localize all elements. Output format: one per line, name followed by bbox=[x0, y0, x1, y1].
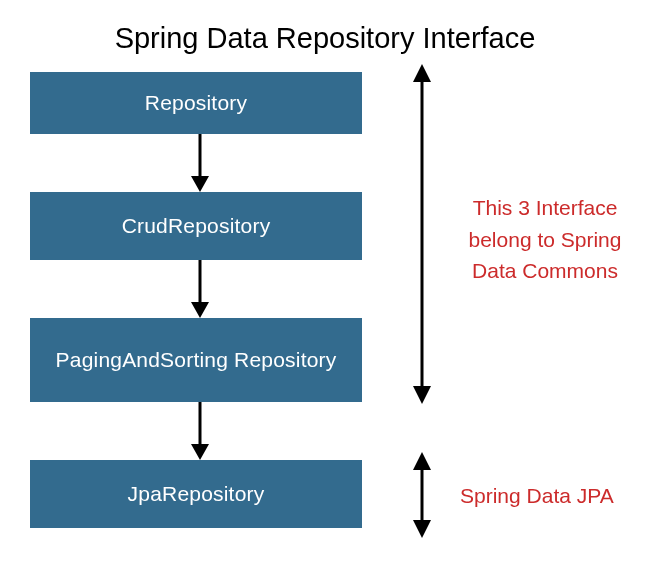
diagram-area: Repository CrudRepository PagingAndSorti… bbox=[30, 72, 630, 562]
box-crud-repository: CrudRepository bbox=[30, 192, 362, 260]
box-jpa-repository: JpaRepository bbox=[30, 460, 362, 528]
svg-marker-8 bbox=[413, 386, 431, 404]
svg-marker-10 bbox=[413, 452, 431, 470]
arrow-down-icon bbox=[190, 134, 210, 196]
diagram-title: Spring Data Repository Interface bbox=[0, 0, 650, 65]
svg-marker-11 bbox=[413, 520, 431, 538]
svg-marker-1 bbox=[191, 176, 209, 192]
svg-marker-5 bbox=[191, 444, 209, 460]
box-label: CrudRepository bbox=[122, 213, 271, 239]
box-paging-and-sorting-repository: PagingAndSorting Repository bbox=[30, 318, 362, 402]
box-label: Repository bbox=[145, 90, 247, 116]
svg-marker-3 bbox=[191, 302, 209, 318]
svg-marker-7 bbox=[413, 64, 431, 82]
annotation-text: Spring Data JPA bbox=[460, 484, 614, 507]
annotation-text: This 3 Interface belong to Spring Data C… bbox=[469, 196, 622, 282]
arrow-down-icon bbox=[190, 402, 210, 464]
arrow-down-icon bbox=[190, 260, 210, 322]
annotation-data-commons: This 3 Interface belong to Spring Data C… bbox=[450, 192, 640, 287]
double-arrow-icon bbox=[410, 64, 434, 408]
double-arrow-icon bbox=[410, 452, 434, 542]
box-repository: Repository bbox=[30, 72, 362, 134]
box-label: PagingAndSorting Repository bbox=[56, 347, 337, 373]
box-label: JpaRepository bbox=[128, 481, 265, 507]
annotation-data-jpa: Spring Data JPA bbox=[460, 482, 650, 510]
